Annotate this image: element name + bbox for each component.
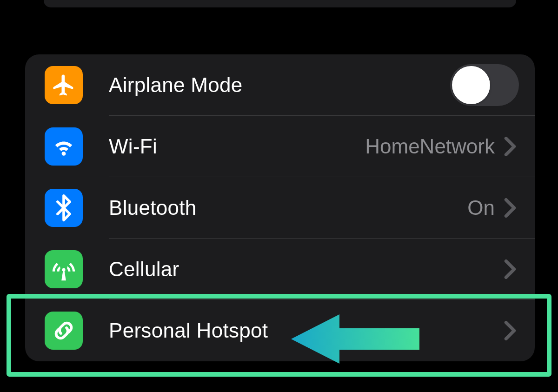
airplane-mode-label: Airplane Mode bbox=[109, 73, 450, 97]
row-personal-hotspot[interactable]: Personal Hotspot bbox=[25, 300, 535, 361]
chevron-right-icon bbox=[504, 137, 516, 156]
bluetooth-value: On bbox=[467, 196, 495, 219]
airplane-mode-toggle[interactable] bbox=[450, 64, 519, 106]
wifi-icon bbox=[45, 127, 83, 166]
row-wifi[interactable]: Wi-Fi HomeNetwork bbox=[25, 116, 535, 177]
wifi-label: Wi-Fi bbox=[109, 135, 365, 158]
cellular-label: Cellular bbox=[109, 258, 504, 281]
bluetooth-icon bbox=[45, 189, 83, 227]
settings-connectivity-group: Airplane Mode Wi-Fi HomeNetwork Bluetoot… bbox=[25, 54, 535, 361]
search-field-remnant bbox=[44, 0, 516, 7]
chevron-right-icon bbox=[504, 259, 516, 279]
row-bluetooth[interactable]: Bluetooth On bbox=[25, 177, 535, 239]
personal-hotspot-label: Personal Hotspot bbox=[109, 319, 504, 342]
row-cellular[interactable]: Cellular bbox=[25, 239, 535, 300]
chevron-right-icon bbox=[504, 321, 516, 340]
wifi-value: HomeNetwork bbox=[365, 135, 495, 158]
airplane-icon bbox=[45, 66, 83, 104]
chevron-right-icon bbox=[504, 198, 516, 218]
hotspot-link-icon bbox=[45, 312, 83, 350]
cellular-antenna-icon bbox=[45, 250, 83, 288]
toggle-knob bbox=[452, 66, 490, 104]
bluetooth-label: Bluetooth bbox=[109, 196, 467, 219]
row-airplane-mode[interactable]: Airplane Mode bbox=[25, 54, 535, 116]
